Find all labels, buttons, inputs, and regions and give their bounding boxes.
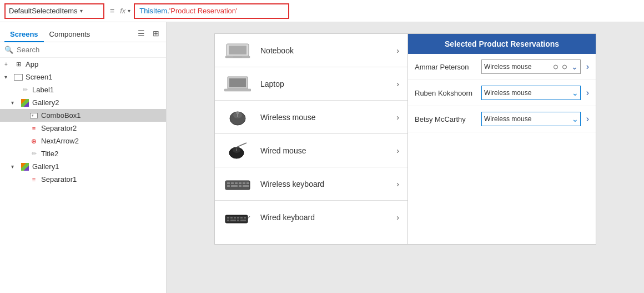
- product-name-notebook: Notebook: [260, 46, 388, 55]
- arrow-icon: ⊕: [29, 137, 39, 145]
- property-chevron-icon: ▾: [80, 8, 83, 14]
- expand-icon: +: [4, 61, 11, 67]
- svg-rect-24: [243, 185, 249, 187]
- product-chevron-wired-keyboard: ›: [396, 213, 399, 222]
- tree-item-gallery2[interactable]: ▾ Gallery2: [0, 96, 166, 109]
- fx-box: fx ▾: [120, 7, 130, 15]
- reservation-name-ammar: Ammar Peterson: [415, 63, 476, 71]
- tree-item-app[interactable]: + ⊞ App: [0, 58, 166, 71]
- tree-item-title2[interactable]: ✏ Title2: [0, 147, 166, 160]
- ammar-combo-handle: [552, 63, 568, 71]
- svg-rect-27: [230, 217, 233, 218]
- tree-item-separator2[interactable]: ≡ Separator2: [0, 122, 166, 135]
- tab-components[interactable]: Components: [44, 27, 96, 42]
- svg-rect-26: [227, 217, 229, 218]
- label-icon: ✏: [20, 86, 30, 94]
- equals-sign: =: [108, 7, 117, 16]
- tab-screens[interactable]: Screens: [4, 27, 44, 42]
- svg-rect-25: [225, 215, 248, 223]
- svg-rect-31: [244, 217, 246, 218]
- selected-panel: Selected Product Reservations Ammar Pete…: [407, 33, 596, 245]
- reservation-row-ammar: Ammar Peterson Wireless mouse ⌄ ›: [408, 54, 596, 80]
- combo-select-ruben[interactable]: Wireless mouse Notebook Laptop Wired mou…: [481, 86, 581, 100]
- svg-rect-34: [237, 220, 239, 221]
- ammar-combo-wrapper[interactable]: Wireless mouse ⌄: [481, 59, 581, 74]
- right-area: Notebook › Laptop ›: [167, 22, 644, 293]
- top-bar: DefaultSelectedItems ▾ = fx ▾ ThisItem.'…: [0, 0, 644, 22]
- tree-item-screen1[interactable]: ▾ Screen1: [0, 71, 166, 83]
- product-item-wireless-mouse[interactable]: Wireless mouse ›: [215, 101, 408, 134]
- tree-label-label1: Label1: [32, 86, 54, 94]
- tree-label-combobox1: ComboBox1: [41, 111, 81, 120]
- separator1-icon: ≡: [29, 176, 39, 183]
- tree-label-gallery1: Gallery1: [32, 162, 59, 171]
- tree-view: + ⊞ App ▾ Screen1 ✏ Label1 ▾ Gallery2: [0, 58, 166, 293]
- svg-rect-15: [227, 182, 230, 184]
- list-view-icon[interactable]: ☰: [135, 28, 147, 39]
- combo-wrapper-ruben: Wireless mouse Notebook Laptop Wired mou…: [481, 86, 581, 100]
- reservation-row-betsy: Betsy McCarthy Wireless mouse Notebook L…: [408, 106, 596, 132]
- app-icon: ⊞: [13, 61, 23, 68]
- tree-item-combobox1[interactable]: ComboBox1: [0, 109, 166, 122]
- ammar-chevron-icon[interactable]: ⌄: [571, 62, 578, 71]
- selected-panel-header: Selected Product Reservations: [408, 34, 596, 54]
- panel-tabs: Screens Components ☰ ⊞: [0, 22, 166, 42]
- gallery-icon: [20, 99, 30, 107]
- formula-bar[interactable]: ThisItem.'Product Reservation': [134, 3, 289, 19]
- panels-wrapper: Notebook › Laptop ›: [214, 33, 596, 245]
- search-box: 🔍: [0, 42, 166, 58]
- product-item-wired-keyboard[interactable]: Wired keyboard ›: [215, 201, 408, 234]
- reservation-name-betsy: Betsy McCarthy: [415, 115, 476, 123]
- product-chevron-laptop: ›: [396, 80, 399, 88]
- expand-icon: ▾: [11, 100, 18, 106]
- product-name-wireless-mouse: Wireless mouse: [260, 113, 388, 122]
- svg-rect-5: [229, 78, 246, 87]
- combobox-icon: [29, 112, 39, 120]
- svg-rect-16: [231, 182, 234, 184]
- tree-item-gallery1[interactable]: ▾ Gallery1: [0, 160, 166, 173]
- search-input[interactable]: [17, 46, 162, 54]
- tree-label-nextarrow2: NextArrow2: [41, 137, 79, 145]
- svg-rect-22: [231, 185, 238, 187]
- product-item-wireless-keyboard[interactable]: Wireless keyboard ›: [215, 167, 408, 201]
- product-chevron-wireless-keyboard: ›: [396, 180, 399, 188]
- property-dropdown[interactable]: DefaultSelectedItems ▾: [4, 3, 104, 19]
- main-layout: Screens Components ☰ ⊞ 🔍 + ⊞ App ▾ Scree…: [0, 22, 644, 293]
- title-icon: ✏: [29, 150, 39, 158]
- product-item-laptop[interactable]: Laptop ›: [215, 67, 408, 101]
- tree-label-title2: Title2: [41, 150, 58, 158]
- fx-icon: fx: [120, 7, 125, 15]
- svg-rect-20: [246, 182, 249, 184]
- tree-item-label1[interactable]: ✏ Label1: [0, 83, 166, 96]
- product-name-wired-mouse: Wired mouse: [260, 146, 388, 155]
- expand-icon: ▾: [11, 163, 18, 170]
- product-name-wireless-keyboard: Wireless keyboard: [260, 180, 388, 188]
- wireless-mouse-image: [224, 107, 251, 127]
- handle-dot-left: [554, 65, 558, 69]
- svg-rect-6: [224, 89, 251, 91]
- tree-label-app: App: [26, 60, 38, 68]
- expand-icon: ▾: [4, 74, 11, 80]
- row-arrow-betsy[interactable]: ›: [586, 114, 589, 124]
- svg-rect-29: [237, 217, 239, 218]
- svg-rect-28: [234, 217, 236, 218]
- combo-select-betsy[interactable]: Wireless mouse Notebook Laptop Wired mou…: [481, 112, 581, 126]
- svg-rect-18: [239, 182, 242, 184]
- property-label: DefaultSelectedItems: [9, 7, 78, 15]
- svg-rect-19: [243, 182, 245, 184]
- svg-rect-33: [230, 220, 236, 221]
- row-arrow-ammar[interactable]: ›: [586, 62, 589, 72]
- product-item-notebook[interactable]: Notebook ›: [215, 34, 408, 67]
- product-item-wired-mouse[interactable]: Wired mouse ›: [215, 134, 408, 167]
- tree-item-separator1[interactable]: ≡ Separator1: [0, 173, 166, 186]
- grid-view-icon[interactable]: ⊞: [150, 28, 162, 39]
- separator-icon: ≡: [29, 125, 39, 132]
- svg-rect-35: [240, 220, 246, 221]
- svg-rect-21: [227, 185, 230, 187]
- tree-label-screen1: Screen1: [26, 73, 52, 81]
- tree-item-nextarrow2[interactable]: ⊕ NextArrow2: [0, 135, 166, 147]
- row-arrow-ruben[interactable]: ›: [586, 88, 589, 98]
- product-chevron-wired-mouse: ›: [396, 146, 399, 155]
- screen-icon: [13, 73, 23, 81]
- left-panel: Screens Components ☰ ⊞ 🔍 + ⊞ App ▾ Scree…: [0, 22, 167, 293]
